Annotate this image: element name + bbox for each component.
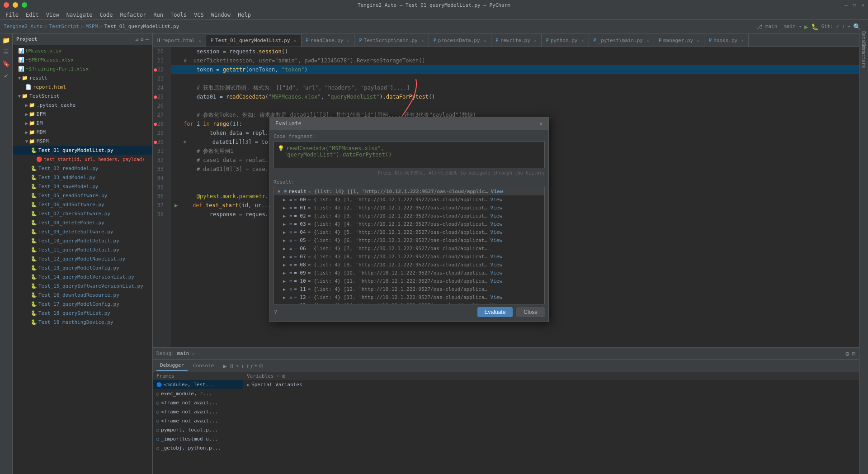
tab-hooks[interactable]: P hooks.py ✕ (704, 34, 749, 47)
frame-item-frame1[interactable]: ○ <frame not avail... (153, 398, 243, 407)
toolbar-checkmark[interactable]: ✓ (836, 24, 839, 29)
run-btn[interactable]: ▶ (804, 23, 808, 30)
tree-item-mspm[interactable]: ▼ 📁 MSPM (13, 137, 152, 146)
tree-item-test04[interactable]: 🐍 Test_04_saveModel.py (13, 182, 152, 191)
result-item-04[interactable]: ▶ ≡ = 04 = {list: 4} [5, 'http://10.12.1… (274, 228, 544, 236)
tree-item-test14[interactable]: 🐍 Test_14_queryModelVersionList.py (13, 272, 152, 281)
tree-item-test17[interactable]: 🐍 Test_17_queryModelConfig.py (13, 299, 152, 308)
result-item-09[interactable]: ▶ ≡ = 09 = {list: 4} [10, 'http://10.12.… (274, 269, 544, 277)
vcs-branch-label[interactable]: main (765, 24, 778, 29)
tree-item-test03[interactable]: 🐍 Test_03_addModel.py (13, 173, 152, 182)
pause-btn[interactable]: ⏸ (229, 363, 234, 369)
menu-view[interactable]: View (42, 11, 63, 19)
frame-item-exec[interactable]: ○ exec_module, r... (153, 389, 243, 398)
menu-tools[interactable]: Tools (167, 11, 190, 19)
add-watch-btn[interactable]: + (254, 363, 257, 369)
menu-help[interactable]: Help (234, 11, 255, 19)
tree-item-test-start[interactable]: 🔴 test_start(id, url, headers, payload) (13, 155, 152, 164)
structure-right-icon[interactable]: Structure (860, 49, 868, 62)
frame-item-pymport[interactable]: ○ pymport, local.p... (153, 425, 243, 434)
close-btn[interactable]: ✕ (861, 2, 864, 8)
tree-item-test18[interactable]: 🐍 Test_18_querySoftList.py (13, 308, 152, 318)
menu-navigate[interactable]: Navigate (63, 11, 96, 19)
minimize-btn[interactable]: — (844, 2, 848, 8)
todo-icon[interactable]: ✔ (1, 71, 11, 81)
tree-item-dfm[interactable]: ▶ 📁 DFM (13, 109, 152, 118)
result-item-01[interactable]: ▶ ≡ = 01 = {list: 4} [2, 'http://10.12.1… (274, 204, 544, 212)
result-item-02[interactable]: ▶ ≡ = 02 = {list: 4} [3, 'http://10.12.1… (274, 212, 544, 220)
menu-code[interactable]: Code (96, 11, 117, 19)
result-item-08[interactable]: ▶ ≡ = 08 = {list: 4} [9, 'http://10.12.1… (274, 261, 544, 269)
tree-item-test19[interactable]: 🐍 Test_19_macthingDevice.py (13, 318, 152, 327)
tab-processdata[interactable]: P processData.py ✕ (429, 34, 491, 47)
debug-settings-icon[interactable]: ⚙ (845, 350, 849, 357)
tab-python[interactable]: P python.py ✕ (542, 34, 589, 47)
tree-item-test12[interactable]: 🐍 Test_12_queryModelNameList.py (13, 254, 152, 263)
menu-window[interactable]: Window (208, 11, 234, 19)
resume-btn[interactable]: ▶ (223, 362, 226, 370)
tree-item-test15[interactable]: 🐍 Test_15_querySoftwareVersionList.py (13, 281, 152, 290)
tree-item-dm[interactable]: ▶ 📁 DM (13, 118, 152, 128)
structure-icon[interactable]: ☰ (1, 47, 11, 57)
result-item-11[interactable]: ▶ ≡ = 11 = {list: 4} [12, 'http://10.12.… (274, 285, 544, 293)
project-minimize-icon[interactable]: — (146, 36, 149, 43)
evaluate-btn-toolbar[interactable]: 𝑓 (251, 363, 252, 369)
tab-report[interactable]: H report.html ✕ (153, 34, 206, 47)
evaluate-action-btn[interactable]: Evaluate (477, 307, 513, 317)
result-item-06[interactable]: ▶ ≡ = 06 = {list: 4} [7, 'http://10.12.1… (274, 244, 544, 252)
frame-item-frame3[interactable]: ○ <frame not avail... (153, 416, 243, 425)
maximize-btn[interactable]: □ (853, 2, 856, 8)
breadcrumb-file[interactable]: Test_01_queryModelList.py (104, 24, 179, 29)
tree-item-smspm[interactable]: 📊 ~SMSPMcases.xlsx (13, 55, 152, 64)
frame-item-module[interactable]: 🔵 <module>, Test... (153, 380, 243, 389)
close-dialog-btn[interactable]: Close (516, 307, 545, 317)
tree-item-test10[interactable]: 🐍 Test_10_queryModelDetail.py (13, 236, 152, 245)
filter-var-btn[interactable]: ⊞ (282, 373, 285, 379)
menu-edit[interactable]: Edit (22, 11, 42, 19)
result-item-07[interactable]: ▶ ≡ = 07 = {list: 4} [8, 'http://10.12.1… (274, 252, 544, 261)
toolbar-search[interactable]: 🔍 (853, 23, 861, 30)
tree-item-test01[interactable]: 🐍 Test_01_queryModelList.py (13, 146, 152, 155)
run-config-label[interactable]: main ▾ (783, 24, 802, 29)
tree-item-test08[interactable]: 🐍 Test_08_deleteModel.py (13, 218, 152, 227)
add-var-btn[interactable]: + (277, 373, 280, 379)
project-icon[interactable]: 📁 (1, 35, 11, 45)
debugger-tab[interactable]: Debugger (156, 360, 188, 371)
tree-item-result[interactable]: ▼ 📁 result (13, 73, 152, 82)
breadcrumb-project[interactable]: Tengine2_Auto (4, 24, 42, 29)
tree-item-testscript[interactable]: ▼ 📁 TestScript (13, 91, 152, 100)
tree-item-mdm[interactable]: ▶ 📁 MDM (13, 128, 152, 137)
code-fragment-editor[interactable]: 💡readCasedata("MSPMcases.xlsx", "queryMo… (274, 141, 545, 168)
result-item-13[interactable]: ▶ ≡ = 13 = {list: 4} [14, 'http://10.12.… (274, 301, 544, 304)
tab-manager[interactable]: P manager.py ✕ (654, 34, 704, 47)
result-item-10[interactable]: ▶ ≡ = 10 = {list: 4} [11, 'http://10.12.… (274, 277, 544, 285)
bookmark-icon[interactable]: 🔖 (1, 59, 11, 69)
project-sync-icon[interactable]: ⇄ (135, 36, 138, 43)
tree-item-test07[interactable]: 🐍 Test_07_checkSoftware.py (13, 209, 152, 218)
frame-item-importtest[interactable]: ○ _importtestmod u... (153, 434, 243, 443)
result-item-12[interactable]: ▶ ≡ = 12 = {list: 4} [13, 'http://10.12.… (274, 293, 544, 301)
toolbar-git[interactable]: Git: (821, 24, 834, 29)
tree-item-test09[interactable]: 🐍 Test_09_deleteSoftware.py (13, 227, 152, 236)
frame-item-frame2[interactable]: ○ <frame not avail... (153, 407, 243, 416)
tree-item-test02[interactable]: 🐍 Test_02_readModel.py (13, 164, 152, 173)
tab-readcase[interactable]: P readCase.py ✕ (302, 34, 355, 47)
tab-main[interactable]: P TestScript\main.py ✕ (354, 34, 429, 47)
debug-run-btn[interactable]: 🐛 (811, 23, 819, 30)
tree-item-umcases[interactable]: 📊 UMcases.xlsx (13, 46, 152, 55)
tree-item-test13[interactable]: 🐍 Test_13_queryModelConfig.py (13, 263, 152, 272)
menu-refactor[interactable]: Refactor (116, 11, 150, 19)
step-over-btn[interactable]: ↷ (236, 363, 239, 369)
tree-item-test05[interactable]: 🐍 Test_05_readSoftware.py (13, 191, 152, 200)
menu-file[interactable]: File (2, 11, 22, 19)
breadcrumb-mspm[interactable]: MSPM (86, 24, 98, 29)
step-out-btn[interactable]: ↑ (246, 363, 249, 369)
tab-pytest-main[interactable]: P _pytest\main.py ✕ (589, 34, 654, 47)
toolbar-undo[interactable]: ↩ (847, 24, 850, 29)
project-settings-icon[interactable]: ⚙ (141, 36, 144, 43)
eval-help-icon[interactable]: ? (274, 308, 277, 316)
evaluate-close-btn[interactable]: ✕ (539, 120, 543, 127)
tree-item-test16[interactable]: 🐍 Test_16_downloadResource.py (13, 290, 152, 299)
result-item-05[interactable]: ▶ ≡ = 05 = {list: 4} [6, 'http://10.12.1… (274, 236, 544, 244)
result-item-03[interactable]: ▶ ≡ = 03 = {list: 4} [4, 'http://10.12.1… (274, 220, 544, 228)
